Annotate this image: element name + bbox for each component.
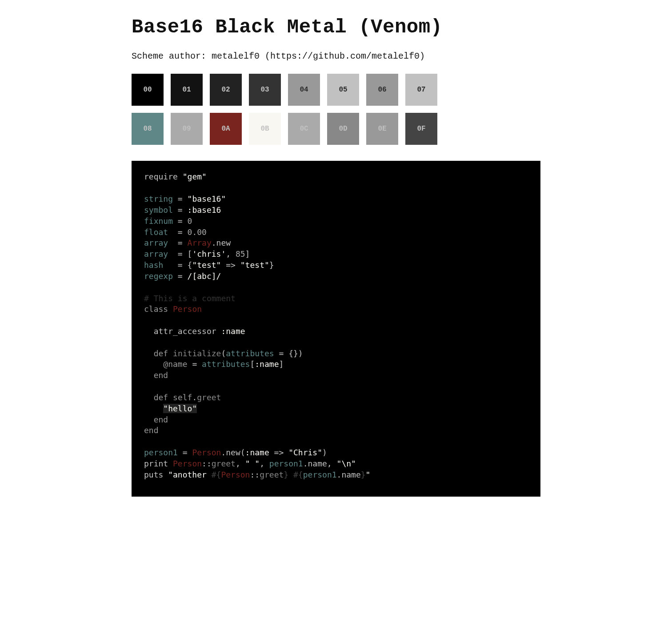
- code-token: 85: [236, 249, 245, 259]
- page-title: Base16 Black Metal (Venom): [132, 14, 540, 40]
- code-token: 'chris': [192, 249, 226, 259]
- code-token: string: [144, 194, 173, 203]
- code-token: def: [154, 349, 168, 358]
- code-token: attributes: [226, 349, 274, 358]
- swatch-0A: 0A: [210, 113, 242, 145]
- code-token: Person: [173, 459, 202, 468]
- code-token: " ": [245, 459, 260, 468]
- code-token: person1: [303, 470, 337, 479]
- code-token: end: [154, 415, 168, 424]
- code-token: [: [250, 359, 255, 369]
- code-token: self: [173, 393, 192, 402]
- code-token: }: [284, 470, 288, 479]
- code-token: #{: [212, 470, 221, 479]
- code-token: .new: [212, 238, 231, 247]
- scheme-author: Scheme author: metalelf0 (https://github…: [132, 50, 540, 62]
- code-token: greet: [212, 459, 236, 468]
- page-wrap: Base16 Black Metal (Venom) Scheme author…: [121, 0, 551, 550]
- code-token: person1: [269, 459, 303, 468]
- swatch-04: 04: [288, 74, 320, 106]
- code-token: [168, 349, 173, 358]
- code-token: def: [154, 393, 168, 402]
- code-token: fixnum: [144, 216, 173, 226]
- code-token: "gem": [183, 172, 207, 181]
- code-token: ]: [245, 249, 250, 259]
- swatch-row: 08090A0B0C0D0E0F: [132, 113, 443, 145]
- code-token: Array: [188, 238, 212, 247]
- code-token: =>: [221, 260, 240, 270]
- code-token: @name: [163, 359, 187, 369]
- swatch-0F: 0F: [405, 113, 437, 145]
- code-token: ,: [226, 249, 236, 259]
- code-token: require: [144, 172, 183, 181]
- code-token: }: [269, 260, 274, 270]
- code-token: ::: [250, 470, 260, 479]
- code-token: =: [173, 271, 188, 281]
- code-token: ,: [236, 459, 245, 468]
- swatch-00: 00: [132, 74, 164, 106]
- code-token: [144, 370, 154, 380]
- swatch-01: 01: [171, 74, 203, 106]
- code-token: ,: [260, 459, 269, 468]
- code-token: [168, 304, 173, 314]
- code-token: end: [154, 370, 168, 380]
- code-token: :name: [221, 326, 245, 336]
- code-token: array: [144, 249, 168, 259]
- code-token: ): [322, 448, 327, 457]
- code-token: # This is a comment: [144, 294, 236, 303]
- code-token: hash: [144, 260, 163, 270]
- swatch-09: 09: [171, 113, 203, 145]
- swatch-03: 03: [249, 74, 281, 106]
- code-token: end: [144, 426, 159, 435]
- swatch-07: 07: [405, 74, 437, 106]
- code-token: = {: [163, 260, 192, 270]
- code-token: person1: [144, 448, 178, 457]
- code-token: greet: [197, 393, 221, 402]
- palette-swatches: 000102030405060708090A0B0C0D0E0F: [132, 74, 443, 145]
- code-token: greet: [260, 470, 284, 479]
- code-token: 0.00: [188, 227, 207, 237]
- code-token: /[abc]/: [188, 271, 221, 281]
- code-token: =: [168, 227, 187, 237]
- code-token: ]: [279, 359, 284, 369]
- code-token: [144, 359, 163, 369]
- code-token: Person: [221, 470, 250, 479]
- code-token: attributes: [202, 359, 250, 369]
- swatch-0C: 0C: [288, 113, 320, 145]
- code-token: class: [144, 304, 168, 314]
- swatch-0E: 0E: [366, 113, 398, 145]
- code-token: :name: [245, 448, 269, 457]
- swatch-0B: 0B: [249, 113, 281, 145]
- swatch-05: 05: [327, 74, 359, 106]
- code-token: initialize: [173, 349, 221, 358]
- code-token: #{: [293, 470, 303, 479]
- swatch-02: 02: [210, 74, 242, 106]
- code-token: 0: [188, 216, 192, 226]
- code-token: = {}): [274, 349, 303, 358]
- code-token: Person: [173, 304, 202, 314]
- code-token: attr_accessor: [144, 326, 221, 336]
- code-token: .: [192, 393, 197, 402]
- code-token: =: [173, 205, 188, 215]
- code-token: =: [173, 194, 188, 203]
- code-token: :base16: [188, 205, 221, 215]
- code-token: puts: [144, 470, 168, 479]
- swatch-06: 06: [366, 74, 398, 106]
- code-token: "hello": [163, 404, 197, 413]
- swatch-row: 0001020304050607: [132, 74, 443, 106]
- code-token: .name,: [303, 459, 337, 468]
- code-token: array: [144, 238, 168, 247]
- code-token: =: [168, 238, 187, 247]
- code-token: [168, 393, 173, 402]
- code-token: =: [188, 359, 202, 369]
- code-token: .name: [337, 470, 361, 479]
- code-token: =: [178, 448, 192, 457]
- code-token: }: [361, 470, 366, 479]
- code-token: "base16": [188, 194, 226, 203]
- code-token: [144, 404, 163, 413]
- code-token: [144, 393, 154, 402]
- code-token: "Chris": [288, 448, 322, 457]
- code-token: ::: [202, 459, 212, 468]
- code-sample: require "gem" string = "base16" symbol =…: [132, 161, 540, 496]
- code-token: (: [221, 349, 226, 358]
